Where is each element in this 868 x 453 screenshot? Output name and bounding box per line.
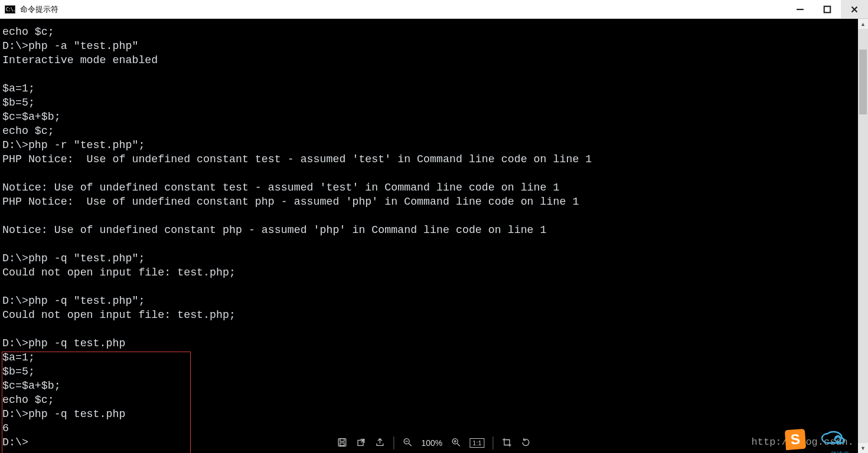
zoom-in-icon[interactable] xyxy=(451,437,461,449)
share-icon[interactable] xyxy=(374,437,385,449)
maximize-button[interactable] xyxy=(814,0,841,18)
crop-icon[interactable] xyxy=(502,437,513,449)
svg-rect-4 xyxy=(338,438,346,446)
window-controls xyxy=(787,0,868,18)
zoom-level-text: 100% xyxy=(421,438,442,448)
csdn-sticker-icon: S xyxy=(785,429,806,450)
terminal-output[interactable]: echo $c; D:\>php -a "test.php" Interacti… xyxy=(0,19,858,453)
svg-rect-5 xyxy=(340,438,344,441)
cmd-app-icon: C:\. xyxy=(5,5,15,14)
yisu-cloud-sticker: 亿速云 xyxy=(816,429,863,450)
actual-size-icon[interactable]: 1:1 xyxy=(469,438,484,448)
scroll-thumb[interactable] xyxy=(859,50,867,114)
close-button[interactable] xyxy=(841,0,868,18)
scroll-up-arrow[interactable]: ▲ xyxy=(858,19,868,29)
titlebar: C:\. 命令提示符 xyxy=(0,0,868,19)
svg-line-13 xyxy=(457,443,460,446)
minimize-button[interactable] xyxy=(787,0,814,18)
svg-line-10 xyxy=(409,443,412,446)
svg-rect-1 xyxy=(824,6,831,12)
zoom-out-icon[interactable] xyxy=(402,437,413,449)
svg-line-8 xyxy=(361,439,364,442)
svg-rect-6 xyxy=(340,442,344,445)
vertical-scrollbar[interactable]: ▲ ▼ xyxy=(858,19,868,453)
yisu-cloud-label: 亿速云 xyxy=(816,450,863,453)
open-external-icon[interactable] xyxy=(355,437,366,449)
rotate-icon[interactable] xyxy=(521,437,531,449)
image-viewer-toolbar: 100% 1:1 xyxy=(337,436,531,449)
window-title: 命令提示符 xyxy=(20,4,58,15)
scroll-track[interactable] xyxy=(858,29,868,443)
save-icon[interactable] xyxy=(337,437,347,449)
